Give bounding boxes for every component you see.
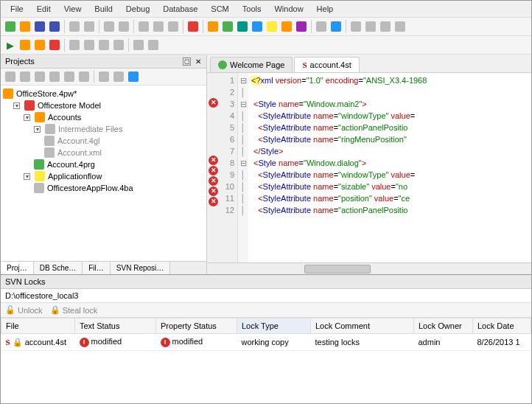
menu-view[interactable]: View: [57, 2, 88, 15]
proj-btn6[interactable]: [77, 70, 91, 83]
menu-build[interactable]: Build: [88, 2, 119, 15]
tree-intermediate-label: Intermediate Files: [58, 125, 122, 133]
db6-icon[interactable]: [280, 20, 293, 33]
tree-appflow-file-label: OfficestoreAppFlow.4ba: [47, 184, 133, 192]
table-row[interactable]: S 🔒 account.4st ! modified ! modified wo…: [1, 334, 531, 351]
menu-edit[interactable]: Edit: [30, 2, 57, 15]
tab-account4st[interactable]: S account.4st: [294, 57, 359, 72]
menu-window[interactable]: Window: [267, 2, 309, 15]
projects-panel: Projects ▢ ✕ OfficeStore.4pw* ▾: [1, 55, 207, 274]
col-lock-type[interactable]: Lock Type: [237, 318, 311, 334]
col-text-status[interactable]: Text Status: [75, 318, 156, 334]
menu-debug[interactable]: Debug: [119, 2, 156, 15]
tree-intermediate[interactable]: ▾ Intermediate Files: [3, 123, 204, 135]
proj-btn4[interactable]: [48, 70, 61, 83]
step1-icon[interactable]: [68, 38, 81, 52]
tab-files[interactable]: Fil…: [83, 262, 111, 274]
main-toolbar-2: ▶: [1, 36, 531, 55]
project-tree[interactable]: OfficeStore.4pw* ▾ Officestore Model ▾ A…: [1, 86, 206, 261]
new-file-icon[interactable]: [4, 20, 17, 33]
tab-welcome[interactable]: Welcome Page: [210, 57, 293, 72]
col-lock-comment[interactable]: Lock Comment: [311, 318, 414, 334]
tree-account4gl[interactable]: Account.4gl: [3, 135, 204, 147]
code-editor[interactable]: ✕ ✕ ✕ ✕ ✕ ✕ 123 456 789 101112 ⊟│⊟││││⊟│…: [207, 73, 531, 262]
tree-appflow-file[interactable]: OfficestoreAppFlow.4ba: [3, 182, 204, 194]
form1-icon[interactable]: [349, 20, 363, 33]
db5-icon[interactable]: [265, 20, 279, 33]
db3-icon[interactable]: [236, 20, 249, 33]
tree-accountxml[interactable]: Account.xml: [3, 147, 204, 159]
unlock-button[interactable]: 🔓Unlock: [5, 305, 43, 315]
expander-icon[interactable]: ▾: [24, 173, 30, 180]
proj-btn3[interactable]: [33, 70, 46, 83]
copy-icon[interactable]: [152, 20, 165, 33]
redo-icon[interactable]: [117, 20, 130, 33]
error-icon: ✕: [209, 187, 218, 196]
proj-btn2[interactable]: [18, 70, 32, 83]
debug-icon[interactable]: [18, 38, 32, 52]
tree-appflow[interactable]: ▾ Applicationflow: [3, 170, 204, 182]
minimize-icon[interactable]: ▢: [183, 58, 191, 66]
step3-icon[interactable]: [97, 38, 111, 52]
col-property-status[interactable]: Property Status: [156, 318, 237, 334]
bug-icon[interactable]: [33, 38, 46, 52]
svn-toolbar: 🔓Unlock 🔒Steal lock: [1, 303, 531, 318]
stop-icon[interactable]: [48, 38, 61, 52]
expander-icon[interactable]: ▾: [34, 126, 41, 133]
db7-icon[interactable]: [295, 20, 308, 33]
col-lock-owner[interactable]: Lock Owner: [414, 318, 473, 334]
grid2-icon[interactable]: [329, 20, 343, 33]
proj-refresh-icon[interactable]: [127, 70, 140, 83]
menu-tools[interactable]: Tools: [236, 2, 268, 15]
form4-icon[interactable]: [393, 20, 407, 33]
form3-icon[interactable]: [379, 20, 392, 33]
proj-btn7[interactable]: [97, 70, 111, 83]
db2-icon[interactable]: [221, 20, 234, 33]
lock-icon: 🔒: [13, 338, 23, 346]
proj-btn1[interactable]: [4, 70, 17, 83]
expander-icon[interactable]: ▾: [13, 102, 20, 109]
find-icon[interactable]: [83, 20, 96, 33]
tab-account4st-label: account.4st: [310, 60, 351, 69]
run-icon[interactable]: ▶: [4, 38, 17, 52]
tree-account4prg[interactable]: Account.4prg: [3, 159, 204, 170]
menu-database[interactable]: Database: [156, 2, 204, 15]
steal-lock-button[interactable]: 🔒Steal lock: [50, 305, 98, 315]
proj-btn5[interactable]: [63, 70, 76, 83]
proj-btn8[interactable]: [112, 70, 125, 83]
grid1-icon[interactable]: [315, 20, 328, 33]
print-icon[interactable]: [68, 20, 81, 33]
open-icon[interactable]: [18, 20, 32, 33]
win1-icon[interactable]: [132, 38, 145, 52]
save-icon[interactable]: [33, 20, 46, 33]
col-file[interactable]: File: [1, 318, 75, 334]
tab-dbschema[interactable]: DB Sche…: [34, 262, 83, 274]
horizontal-scrollbar[interactable]: [207, 262, 531, 274]
step4-icon[interactable]: [112, 38, 125, 52]
tree-accounts[interactable]: ▾ Accounts: [3, 111, 204, 123]
step2-icon[interactable]: [83, 38, 96, 52]
save-all-icon[interactable]: [48, 20, 61, 33]
cell-file: account.4st: [25, 338, 66, 346]
close-icon[interactable]: ✕: [194, 58, 202, 66]
menu-help[interactable]: Help: [310, 2, 340, 15]
tree-model[interactable]: ▾ Officestore Model: [3, 100, 204, 111]
expander-icon[interactable]: ▾: [24, 114, 30, 121]
form2-icon[interactable]: [364, 20, 377, 33]
undo-icon[interactable]: [102, 20, 116, 33]
paste-icon[interactable]: [167, 20, 180, 33]
col-lock-date[interactable]: Lock Date: [473, 318, 531, 334]
delete-icon[interactable]: [186, 20, 200, 33]
tree-root[interactable]: OfficeStore.4pw*: [3, 88, 204, 100]
svn-locks-panel: SVN Locks D:\officestore_local3 🔓Unlock …: [1, 274, 531, 404]
tab-projects[interactable]: Proj…: [1, 262, 34, 274]
cut-icon[interactable]: [137, 20, 150, 33]
scroll-thumb[interactable]: [304, 265, 371, 274]
code-content[interactable]: <?xml version="1.0" encoding="ANSI_X3.4-…: [248, 73, 531, 262]
menu-file[interactable]: File: [4, 2, 30, 15]
db4-icon[interactable]: [251, 20, 264, 33]
menu-scm[interactable]: SCM: [204, 2, 235, 15]
tab-svnrepo[interactable]: SVN Reposi…: [111, 262, 170, 274]
win2-icon[interactable]: [147, 38, 160, 52]
db1-icon[interactable]: [206, 20, 220, 33]
